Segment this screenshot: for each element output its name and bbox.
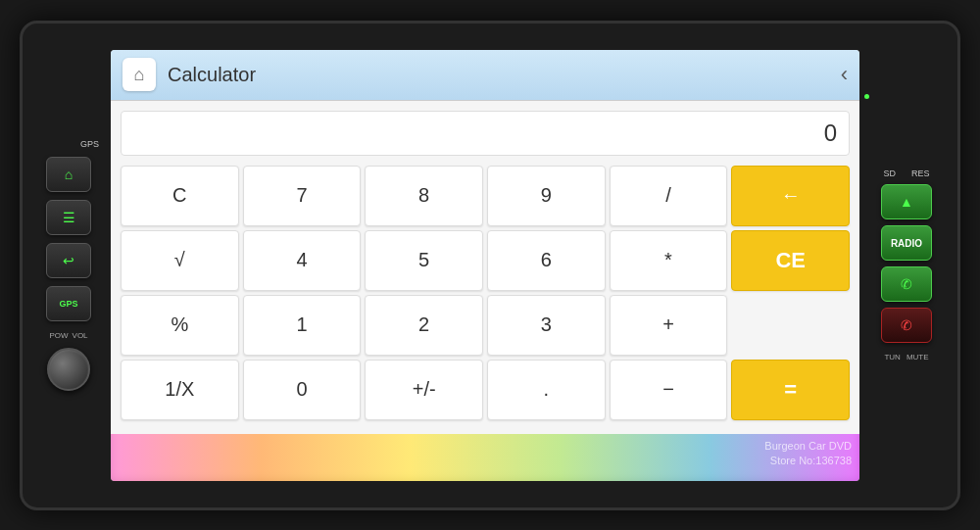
display-value: 0	[824, 120, 837, 147]
btn-4[interactable]: 4	[243, 230, 362, 291]
calculator-grid: C 7 8 9 / ← √ 4 5 6 * CE % 1 2	[121, 166, 850, 424]
home-button[interactable]: ⌂	[46, 157, 91, 192]
btn-8[interactable]: 8	[365, 166, 483, 226]
btn-decimal[interactable]: .	[487, 360, 606, 420]
phone-answer-icon: ✆	[901, 276, 912, 292]
left-panel: GPS ⌂ ☰ ↩ GPS POW VOL	[34, 139, 103, 391]
gps-text: GPS	[59, 299, 77, 309]
menu-button[interactable]: ☰	[46, 200, 91, 235]
mute-label: MUTE	[906, 353, 929, 361]
btn-plus[interactable]: +	[610, 295, 728, 356]
gps-indicator-label: GPS	[34, 139, 103, 149]
screen-home-icon[interactable]: ⌂	[122, 58, 156, 91]
btn-2[interactable]: 2	[365, 295, 483, 356]
pow-label: POW	[49, 331, 68, 340]
sd-label: SD	[883, 169, 896, 178]
btn-6[interactable]: 6	[487, 230, 606, 291]
btn-equals[interactable]: =	[731, 360, 850, 420]
vol-label: VOL	[73, 331, 88, 340]
home-icon: ⌂	[65, 167, 73, 182]
house-icon: ⌂	[134, 65, 145, 85]
eject-icon: ▲	[900, 194, 913, 210]
btn-c[interactable]: C	[121, 166, 239, 226]
btn-9[interactable]: 9	[487, 166, 606, 226]
tun-mute-labels: TUN MUTE	[884, 353, 928, 361]
btn-multiply[interactable]: *	[610, 230, 728, 291]
btn-divide[interactable]: /	[610, 166, 728, 226]
screen-header: ⌂ Calculator ‹	[111, 50, 859, 101]
volume-knob[interactable]	[47, 348, 90, 391]
phone-answer-button[interactable]: ✆	[881, 266, 932, 302]
sd-res-labels: SD RES	[867, 169, 946, 178]
btn-3[interactable]: 3	[487, 295, 606, 356]
btn-5[interactable]: 5	[365, 230, 483, 291]
eject-button[interactable]: ▲	[881, 184, 932, 219]
screen-title: Calculator	[168, 64, 841, 86]
btn-backspace[interactable]: ←	[731, 166, 850, 226]
btn-1[interactable]: 1	[243, 295, 362, 356]
device-screen: ⌂ Calculator ‹ 0 C 7 8 9 /	[111, 50, 859, 481]
tun-label: TUN	[884, 353, 900, 361]
menu-icon: ☰	[63, 210, 75, 225]
btn-ce[interactable]: CE	[731, 230, 850, 291]
phone-end-button[interactable]: ✆	[881, 308, 932, 343]
car-dvd-device: GPS ⌂ ☰ ↩ GPS POW VOL	[20, 21, 960, 510]
phone-end-icon: ✆	[901, 317, 912, 333]
btn-sqrt[interactable]: √	[121, 230, 239, 291]
res-label: RES	[911, 169, 930, 178]
back-button[interactable]: ↩	[46, 243, 91, 278]
btn-reciprocal[interactable]: 1/X	[121, 360, 239, 420]
calculator-body: 0 C 7 8 9 / ← √ 4 5 6 * CE	[111, 101, 859, 434]
radio-button[interactable]: RADIO	[881, 225, 932, 261]
right-panel: SD RES ▲ RADIO ✆ ✆ TUN MUTE	[867, 169, 946, 361]
btn-percent[interactable]: %	[121, 295, 239, 356]
btn-negate[interactable]: +/-	[365, 360, 483, 420]
btn-minus[interactable]: −	[610, 360, 728, 420]
radio-label: RADIO	[891, 238, 922, 249]
gps-button[interactable]: GPS	[46, 286, 91, 321]
right-indicator-led	[864, 94, 869, 99]
btn-7[interactable]: 7	[243, 166, 362, 226]
back-icon: ↩	[63, 253, 74, 268]
calculator-display: 0	[121, 111, 850, 156]
screen-back-button[interactable]: ‹	[841, 62, 848, 87]
btn-0[interactable]: 0	[243, 360, 362, 420]
